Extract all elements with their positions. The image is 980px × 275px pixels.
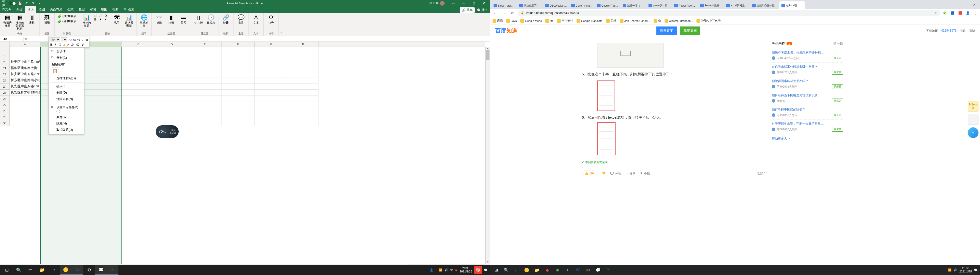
forward-icon[interactable]: → [500, 11, 508, 15]
cell-G19[interactable] [255, 53, 288, 59]
bookmark-8[interactable]: 杂 [654, 19, 661, 23]
cm-cut[interactable]: ✂剪切(T) [49, 48, 84, 55]
cell-E30[interactable] [188, 120, 221, 126]
app3-button-r[interactable]: ✦ [563, 265, 573, 275]
cell-D21[interactable] [155, 65, 188, 71]
mini-italic-icon[interactable]: I [54, 43, 57, 46]
assist-widget[interactable]: ✦ [968, 127, 978, 138]
cell-G22[interactable] [255, 71, 288, 77]
settings-button[interactable]: ⚙ [83, 265, 95, 275]
answer-button[interactable]: 我来答 [832, 98, 843, 103]
scroll-up-icon[interactable]: ▲ [486, 47, 490, 50]
comments-button[interactable]: 💬 批注 [477, 8, 487, 12]
cell-C21[interactable] [122, 65, 155, 71]
browser-tab-11[interactable]: 在Excel里… [780, 1, 805, 9]
settings-button-r[interactable]: ⚙ [583, 265, 593, 275]
collapse-button[interactable]: 收起 ˄ [757, 171, 765, 176]
cm-format-cells[interactable]: ⊞设置单元格格式(F)... [49, 104, 84, 114]
cell-D29[interactable] [155, 114, 188, 120]
cell-H20[interactable] [288, 59, 318, 65]
baidu-ask-button[interactable]: 我要提问 [680, 27, 700, 35]
back-icon[interactable]: ← [492, 11, 499, 15]
cell-E20[interactable] [188, 59, 221, 65]
get-addins-button[interactable]: 🧩获取加载项 [57, 14, 77, 18]
cell-A25[interactable]: 长安区育才街256号怀特 [10, 90, 40, 96]
cell-C30[interactable] [122, 120, 155, 126]
cell-H27[interactable] [288, 102, 318, 108]
recommended-pivot-button[interactable]: ▦推荐的数据透视表 [14, 14, 25, 30]
ext-1-icon[interactable]: 🧩 [942, 11, 948, 15]
mini-font-select[interactable]: 宋体 [49, 38, 60, 42]
taskbar-clock-r[interactable]: 20:382021/1/25 [959, 267, 972, 273]
cell-D22[interactable] [155, 71, 188, 77]
col-header-D[interactable]: D [155, 42, 188, 47]
tab-view[interactable]: 视图 [99, 6, 110, 13]
search-button-r[interactable]: 🔍 [501, 265, 511, 275]
cell-F27[interactable] [221, 102, 255, 108]
chrome-button[interactable]: 🟡 [60, 265, 72, 275]
excel-button[interactable]: X [107, 265, 118, 275]
share-button[interactable]: ↗ 分享 [626, 171, 635, 176]
task-view-button[interactable]: ▭ [24, 265, 36, 275]
browser-tab-5[interactable]: 踏踏伸缩（… [620, 1, 646, 9]
cm-unhide[interactable]: 取消隐藏(U) [49, 127, 84, 133]
tab-formulas[interactable]: 公式 [65, 6, 76, 13]
dislike-button[interactable]: 👎 [602, 172, 606, 175]
cell-E18[interactable] [188, 47, 221, 53]
autosave-toggle[interactable]: 自动保存 [2, 1, 7, 6]
cm-paste-special[interactable]: 选择性粘贴(S)... [49, 75, 84, 82]
mini-cond-format-icon[interactable]: ▦ [85, 38, 88, 42]
cell-A26[interactable] [10, 96, 40, 102]
cm-copy[interactable]: ⧉复制(C) [49, 55, 84, 61]
start-button[interactable]: ⊞ [1, 265, 13, 275]
baidu-zhidao-logo[interactable]: 百度知道 [495, 27, 517, 35]
cell-D25[interactable] [155, 90, 188, 96]
mini-inc-decimal-icon[interactable]: .00 [75, 43, 80, 46]
tray-chevron-r-icon[interactable]: ˄ [945, 269, 946, 272]
text-button[interactable]: A文本 [251, 14, 261, 24]
qat-customize-icon[interactable]: ▾ [37, 1, 42, 6]
cell-G27[interactable] [255, 102, 288, 108]
cell-F24[interactable] [221, 84, 255, 90]
cell-A18[interactable] [10, 47, 40, 53]
col-header-G[interactable]: G [255, 42, 288, 47]
table-button[interactable]: ▥表格 [27, 14, 37, 24]
bookmark-4[interactable]: 学习资料 [557, 19, 573, 23]
notifications-icon[interactable]: 💬 [484, 269, 487, 272]
cell-G30[interactable] [255, 120, 288, 126]
cell-F20[interactable] [221, 59, 255, 65]
notifications-r-icon[interactable]: 💬 [974, 269, 977, 272]
cell-A28[interactable] [10, 108, 40, 114]
cm-insert[interactable]: 插入(I) [49, 83, 84, 90]
excel-button-r[interactable]: X [603, 265, 614, 275]
cell-D18[interactable] [155, 47, 188, 53]
sparkline-line-button[interactable]: 〰折线 [154, 14, 164, 24]
cell-F18[interactable] [221, 47, 255, 53]
cell-F23[interactable] [221, 77, 255, 84]
mini-border-icon[interactable]: ▢ [58, 43, 62, 46]
cell-F29[interactable] [221, 114, 255, 120]
cell-F21[interactable] [221, 65, 255, 71]
cell-H21[interactable] [288, 65, 318, 71]
browser-tab-4[interactable]: Google Tran… [595, 1, 620, 9]
bookmark-6[interactable]: 思维 [606, 19, 616, 23]
mini-fill-icon[interactable]: ◢ [62, 43, 66, 46]
cell-G21[interactable] [255, 65, 288, 71]
word-button-r[interactable]: W [573, 265, 583, 275]
mini-size-select[interactable]: 11 [61, 38, 67, 42]
row-header-18[interactable]: 18 [0, 47, 10, 53]
tray-wifi-r-icon[interactable]: 📶 [948, 269, 952, 272]
search-button[interactable]: 🔍 [13, 265, 24, 275]
cell-D28[interactable] [155, 108, 188, 114]
cell-F28[interactable] [221, 108, 255, 114]
cell-G25[interactable] [255, 90, 288, 96]
wechat-button-r[interactable]: 💬 [593, 265, 603, 275]
bookmark-9[interactable]: Xiaomi European... [665, 19, 693, 23]
answer-button[interactable]: 我来答 [832, 56, 843, 60]
answer-button[interactable]: 我来答 [832, 113, 843, 117]
cell-H24[interactable] [288, 84, 318, 90]
related-question-0[interactable]: 如果不考虑工资，你最想从事哪种职…等1834085人想问我来答 [772, 48, 843, 63]
chrome-menu-icon[interactable]: ⋮ [972, 11, 978, 15]
share-button[interactable]: 🔗 共享 [460, 7, 475, 13]
cell-C24[interactable] [122, 84, 155, 90]
